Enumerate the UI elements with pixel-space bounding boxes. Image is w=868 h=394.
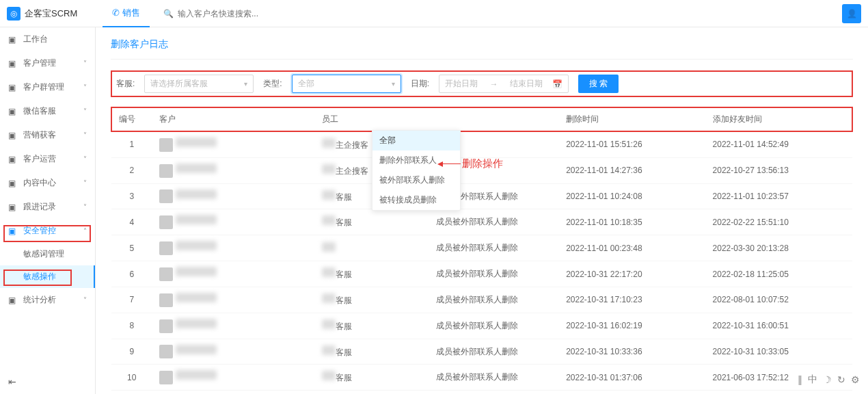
customer-avatar: [159, 189, 173, 203]
table-row: 1 主企搜客 2022-11-01 15:51:26 2022-11-01 14…: [111, 131, 852, 157]
customer-avatar: [159, 215, 173, 229]
kefu-label: 客服:: [116, 78, 135, 90]
column-header: 员工: [315, 107, 429, 131]
customer-name-blur: [176, 163, 217, 173]
sidebar-collapse-icon[interactable]: ⇤: [8, 376, 16, 387]
sidebar-item[interactable]: ▣内容中心˅: [0, 171, 95, 195]
chevron-down-icon: ˅: [83, 131, 87, 139]
chevron-down-icon: ˅: [83, 203, 87, 211]
arrow-left-icon: [437, 163, 461, 164]
customer-avatar: [159, 293, 173, 307]
column-header: 编号: [111, 107, 152, 131]
chevron-down-icon: ˅: [83, 60, 87, 67]
sidebar-item[interactable]: ▣营销获客˅: [0, 123, 95, 147]
column-header: 删除时间: [559, 107, 705, 131]
logo: ◎ 企客宝SCRM: [7, 7, 96, 21]
type-label: 类型:: [263, 78, 282, 90]
table-row: 4 客服 成员被外部联系人删除 2022-11-01 10:18:35 2022…: [111, 209, 852, 235]
list-icon: ▣: [8, 202, 18, 212]
column-header: [429, 107, 560, 131]
table-row: 9 客服 成员被外部联系人删除 2022-10-31 10:33:36 2022…: [111, 339, 852, 365]
type-dropdown-popup: 全部删除外部联系人被外部联系人删除被转接成员删除: [372, 130, 461, 211]
global-search[interactable]: 🔍: [163, 9, 842, 18]
employee-name-blur: [322, 215, 336, 225]
chevron-down-icon: ˅: [83, 296, 87, 304]
customer-avatar: [159, 241, 173, 255]
dropdown-option[interactable]: 被外部联系人删除: [372, 170, 460, 190]
customer-avatar: [159, 164, 173, 178]
employee-name-blur: [322, 190, 336, 200]
column-header: 添加好友时间: [706, 107, 852, 131]
flag-icon: ▣: [8, 155, 18, 164]
customer-name-blur: [176, 370, 217, 380]
sidebar-item[interactable]: ▣统计分析˅: [0, 288, 95, 312]
sidebar-item[interactable]: ▣安全管控˄: [0, 219, 95, 243]
table-header: 编号客户员工删除时间添加好友时间: [111, 107, 852, 131]
customer-name-blur: [176, 241, 217, 250]
page-title: 删除客户日志: [111, 38, 853, 60]
table-row: 7 客服 成员被外部联系人删除 2022-10-31 17:10:23 2022…: [111, 287, 852, 313]
moon-icon[interactable]: ☽: [823, 374, 832, 385]
group-icon: ▣: [8, 83, 18, 92]
settings-icon[interactable]: ⚙: [851, 374, 860, 385]
customer-avatar: [159, 267, 173, 281]
search-input[interactable]: [178, 9, 314, 18]
table-row: 10 客服 成员被外部联系人删除 2022-10-31 01:37:06 202…: [111, 365, 852, 391]
customer-name-blur: [176, 137, 217, 147]
employee-name-blur: [322, 164, 336, 174]
chevron-up-icon: ˄: [83, 227, 87, 235]
headset-icon: ▣: [8, 107, 18, 116]
kefu-select[interactable]: 请选择所属客服 ▾: [144, 75, 254, 93]
sidebar-item[interactable]: ▣客户管理˅: [0, 51, 95, 75]
app-header: ◎ 企客宝SCRM ✆ 销售 🔍 👤: [0, 0, 868, 27]
sidebar-item[interactable]: ▣跟进记录˅: [0, 195, 95, 219]
customer-name-blur: [176, 293, 217, 302]
sidebar-subitem[interactable]: 敏感操作: [0, 265, 95, 288]
customer-avatar: [159, 138, 173, 152]
chevron-down-icon: ˅: [83, 179, 87, 187]
tab-sales[interactable]: ✆ 销售: [103, 0, 150, 27]
arrow-right-icon: →: [487, 79, 500, 89]
employee-name-blur: [322, 371, 336, 380]
employee-name-blur: [322, 319, 336, 329]
chevron-down-icon: ▾: [392, 80, 395, 88]
search-icon: 🔍: [163, 9, 174, 18]
language-toggle[interactable]: 中: [808, 373, 817, 386]
employee-name-blur: [322, 345, 336, 355]
divider-icon[interactable]: ‖: [798, 374, 802, 385]
search-button[interactable]: 搜 索: [578, 75, 619, 93]
chevron-down-icon: ˅: [83, 107, 87, 115]
filter-bar: 客服: 请选择所属客服 ▾ 类型: 全部 ▾ 日期: 开始日期 → 结束日期 📅…: [111, 70, 853, 97]
log-table: 编号客户员工删除时间添加好友时间 1 主企搜客 2022-11-01 15:51…: [111, 107, 853, 391]
date-range-picker[interactable]: 开始日期 → 结束日期 📅: [439, 75, 569, 93]
column-header: 客户: [152, 107, 315, 131]
type-select[interactable]: 全部 ▾: [292, 75, 401, 93]
sidebar-item[interactable]: ▣微信客服˅: [0, 99, 95, 123]
user-icon: ▣: [8, 59, 18, 68]
customer-name-blur: [176, 345, 217, 354]
dropdown-option[interactable]: 全部: [372, 131, 460, 150]
calendar-icon: 📅: [552, 79, 562, 89]
speaker-icon: ▣: [8, 131, 18, 140]
chevron-down-icon: ˅: [83, 83, 87, 91]
employee-name-blur: [322, 242, 336, 252]
shield-icon: ▣: [8, 226, 18, 236]
annotation-delete-op: 删除操作: [437, 157, 503, 170]
date-label: 日期:: [411, 78, 429, 90]
dropdown-option[interactable]: 被转接成员删除: [372, 190, 460, 210]
sidebar-item[interactable]: ▣客户运营˅: [0, 147, 95, 171]
refresh-icon[interactable]: ↻: [837, 374, 845, 385]
sidebar: ▣工作台▣客户管理˅▣客户群管理˅▣微信客服˅▣营销获客˅▣客户运营˅▣内容中心…: [0, 27, 96, 394]
employee-name-blur: [322, 138, 336, 148]
customer-name-blur: [176, 189, 217, 199]
logo-icon: ◎: [7, 7, 21, 21]
customer-name-blur: [176, 215, 217, 224]
dashboard-icon: ▣: [8, 35, 18, 44]
user-avatar-button[interactable]: 👤: [842, 4, 861, 23]
table-row: 8 客服 成员被外部联系人删除 2022-10-31 16:02:19 2022…: [111, 313, 852, 339]
table-row: 3 客服 成员被外部联系人删除 2022-11-01 10:24:08 2022…: [111, 183, 852, 209]
wechat-icon: ✆: [112, 8, 120, 18]
sidebar-item[interactable]: ▣客户群管理˅: [0, 75, 95, 99]
sidebar-item[interactable]: ▣工作台: [0, 27, 95, 51]
sidebar-subitem[interactable]: 敏感词管理: [0, 243, 95, 265]
